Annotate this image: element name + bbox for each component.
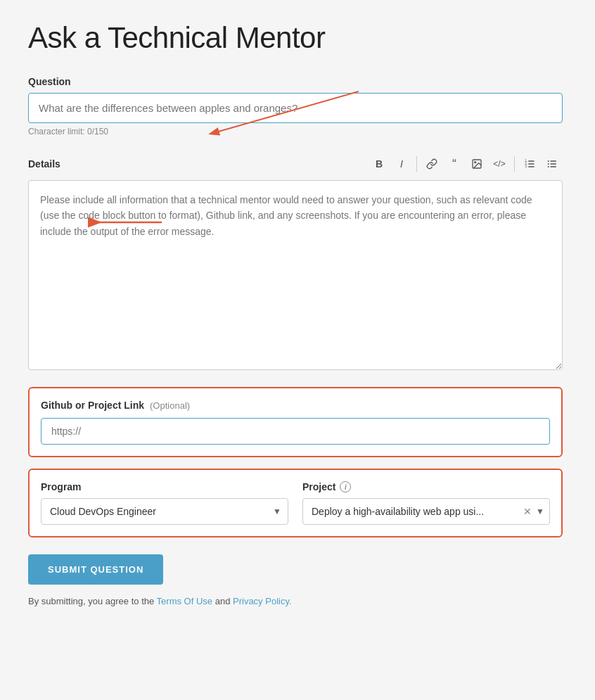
- unordered-list-button[interactable]: [542, 153, 563, 174]
- footer-conjunction: and: [215, 596, 233, 606]
- program-field: Program Cloud DevOps Engineer Data Analy…: [41, 481, 288, 525]
- svg-point-1: [475, 162, 476, 163]
- optional-text: (Optional): [150, 400, 190, 411]
- link-button[interactable]: [421, 153, 442, 174]
- details-section: Details B I “: [28, 153, 563, 373]
- italic-button[interactable]: I: [391, 153, 412, 174]
- program-label: Program: [41, 481, 288, 492]
- question-section: Question Character limit: 0/150: [28, 76, 563, 136]
- project-label: Project: [302, 481, 335, 492]
- toolbar-divider-1: [416, 156, 417, 172]
- project-info-icon: i: [340, 481, 351, 492]
- page-title: Ask a Technical Mentor: [28, 21, 563, 55]
- github-label: Github or Project Link: [41, 400, 144, 411]
- details-header: Details B I “: [28, 153, 563, 174]
- svg-point-13: [548, 166, 549, 167]
- quote-button[interactable]: “: [444, 153, 465, 174]
- github-label-row: Github or Project Link (Optional): [41, 400, 550, 411]
- details-toolbar: B I “: [369, 153, 563, 174]
- privacy-link[interactable]: Privacy Policy.: [233, 596, 292, 606]
- char-limit: Character limit: 0/150: [28, 127, 563, 136]
- ordered-list-button[interactable]: 1. 2. 3.: [519, 153, 540, 174]
- project-field: Project i Deploy a high-availability web…: [302, 481, 550, 525]
- svg-point-12: [548, 163, 549, 165]
- github-input[interactable]: [41, 418, 550, 445]
- submit-button[interactable]: SUBMIT QUESTION: [28, 554, 163, 585]
- footer-prefix: By submitting, you agree to the: [28, 596, 157, 606]
- image-button[interactable]: [466, 153, 487, 174]
- project-select-wrapper[interactable]: Deploy a high-availability web app usi..…: [302, 498, 550, 525]
- project-actions: ✕ ▼: [522, 506, 544, 517]
- code-button[interactable]: </>: [489, 153, 510, 174]
- terms-link[interactable]: Terms Of Use: [157, 596, 212, 606]
- program-project-section: Program Cloud DevOps Engineer Data Analy…: [28, 469, 563, 537]
- program-select-wrapper: Cloud DevOps Engineer Data Analyst Full …: [41, 498, 288, 525]
- question-label: Question: [28, 76, 563, 87]
- question-input[interactable]: [28, 93, 563, 123]
- program-select[interactable]: Cloud DevOps Engineer Data Analyst Full …: [41, 498, 288, 525]
- github-section: Github or Project Link (Optional): [28, 387, 563, 457]
- project-clear-button[interactable]: ✕: [522, 506, 533, 517]
- toolbar-divider-2: [514, 156, 515, 172]
- svg-point-11: [548, 160, 549, 162]
- footer-text: By submitting, you agree to the Terms Of…: [28, 596, 563, 606]
- details-label-row: Details: [28, 158, 60, 170]
- details-textarea[interactable]: [28, 180, 563, 370]
- project-dropdown-arrow[interactable]: ▼: [536, 507, 544, 516]
- bold-button[interactable]: B: [369, 153, 390, 174]
- details-label: Details: [28, 158, 60, 170]
- svg-text:3.: 3.: [525, 165, 527, 168]
- project-label-row: Project i: [302, 481, 550, 492]
- project-value: Deploy a high-availability web app usi..…: [312, 506, 507, 517]
- project-select-display[interactable]: Deploy a high-availability web app usi..…: [302, 498, 550, 525]
